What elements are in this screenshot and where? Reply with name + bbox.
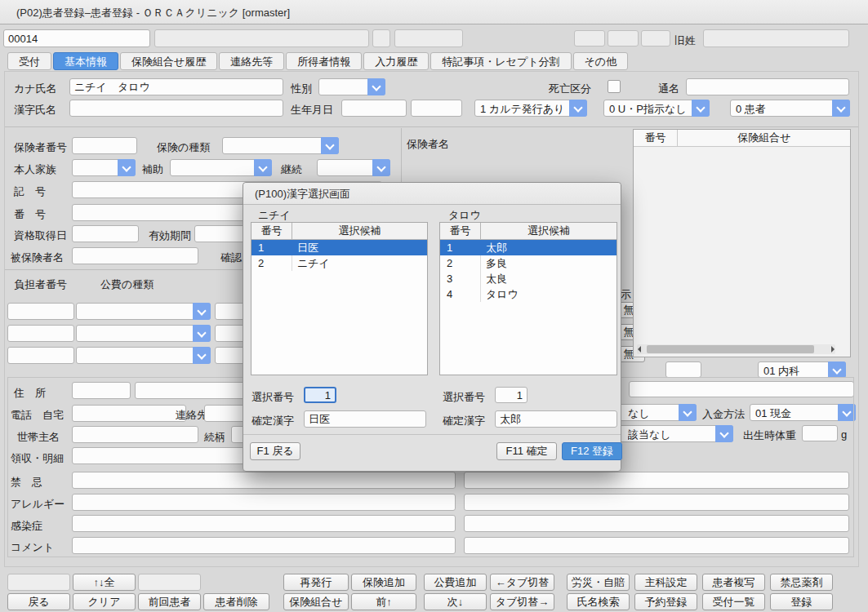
delete-patient-button[interactable]: 患者削除 bbox=[203, 593, 269, 610]
tab-others[interactable]: その他 bbox=[573, 52, 629, 70]
payer-no-field-3[interactable] bbox=[7, 347, 74, 364]
payer-no-field-1[interactable] bbox=[7, 303, 74, 320]
horizontal-scrollbar[interactable] bbox=[637, 344, 835, 354]
scroll-left-icon[interactable] bbox=[638, 346, 641, 353]
infection-field-2[interactable] bbox=[464, 515, 849, 532]
insurance-type-combo[interactable] bbox=[222, 137, 339, 154]
chevron-down-icon[interactable] bbox=[832, 100, 850, 117]
select-no-field-right[interactable] bbox=[495, 387, 527, 403]
name-search-button[interactable]: 氏名検索 bbox=[567, 593, 630, 610]
confirmed-kanji-field-left[interactable] bbox=[304, 410, 426, 428]
reservation-button[interactable]: 予約登録 bbox=[634, 593, 697, 610]
add-insurance-button[interactable]: 保険追加 bbox=[351, 574, 416, 591]
tab-special-notes[interactable]: 特記事項・レセプト分割 bbox=[430, 52, 571, 70]
chevron-down-icon[interactable] bbox=[372, 159, 390, 176]
insured-name-field[interactable] bbox=[72, 247, 198, 264]
f11-confirm-button[interactable]: F11 確定 bbox=[496, 442, 557, 460]
main-dept-button[interactable]: 主科設定 bbox=[634, 574, 697, 591]
kohi-type-combo-3[interactable] bbox=[76, 347, 211, 364]
death-flag-checkbox[interactable] bbox=[608, 80, 621, 93]
department-combo[interactable]: 01 内科 bbox=[758, 361, 846, 378]
old-name-field[interactable] bbox=[703, 29, 849, 47]
phone-home-field[interactable] bbox=[72, 405, 186, 422]
candidate-table-left[interactable]: 番号 選択候補 1 日医 2 ニチイ bbox=[251, 222, 428, 375]
table-row-selected[interactable]: 1 太郎 bbox=[440, 240, 617, 255]
tab-reception[interactable]: 受付 bbox=[7, 52, 51, 70]
table-row[interactable]: 2 ニチイ bbox=[251, 255, 427, 271]
sex-combo[interactable] bbox=[318, 78, 385, 95]
tab-input-history[interactable]: 入力履歴 bbox=[363, 52, 429, 70]
patient-type-combo[interactable]: 0 患者 bbox=[730, 100, 850, 117]
chevron-down-icon[interactable] bbox=[193, 347, 211, 364]
dialog-title-bar[interactable]: (P100)漢字選択画面 bbox=[243, 183, 621, 205]
f1-back-button[interactable]: F1 戻る bbox=[250, 442, 300, 460]
chevron-down-icon[interactable] bbox=[118, 159, 136, 176]
postal-code-field[interactable] bbox=[72, 382, 131, 399]
f12-register-button[interactable]: F12 登録 bbox=[562, 442, 622, 460]
householder-field[interactable] bbox=[72, 426, 198, 443]
add-kohi-button[interactable]: 公費追加 bbox=[424, 574, 487, 591]
table-row-selected[interactable]: 1 日医 bbox=[251, 240, 427, 255]
chevron-down-icon[interactable] bbox=[367, 78, 385, 95]
continuation-combo[interactable] bbox=[317, 159, 390, 176]
insurer-no-field[interactable] bbox=[72, 137, 137, 154]
copy-patient-button[interactable]: 患者複写 bbox=[702, 574, 765, 591]
back-button[interactable]: 戻る bbox=[7, 593, 70, 610]
next-button[interactable]: 次↓ bbox=[424, 593, 487, 610]
payer-no-field-2[interactable] bbox=[7, 325, 74, 342]
tab-contacts[interactable]: 連絡先等 bbox=[219, 52, 284, 70]
scrollbar-thumb[interactable] bbox=[647, 345, 814, 353]
birthdate-age-field[interactable] bbox=[411, 100, 462, 117]
subsidy-combo[interactable] bbox=[170, 159, 272, 176]
chevron-down-icon[interactable] bbox=[193, 325, 211, 342]
dept-code-field[interactable] bbox=[665, 361, 701, 378]
self-family-combo[interactable] bbox=[72, 159, 136, 176]
chevron-down-icon[interactable] bbox=[692, 100, 710, 117]
up-indication-combo[interactable]: 0 U・P指示なし bbox=[603, 100, 710, 117]
comment-field-2[interactable] bbox=[464, 537, 849, 554]
contraindicated-drugs-button[interactable]: 禁忌薬剤 bbox=[770, 574, 833, 591]
prev-button[interactable]: 前↑ bbox=[351, 593, 416, 610]
select-no-field-left[interactable] bbox=[304, 387, 336, 403]
patient-id-field[interactable] bbox=[3, 29, 150, 47]
kanji-name-field[interactable] bbox=[69, 100, 283, 117]
select-all-button[interactable]: ↑↓全 bbox=[73, 574, 136, 591]
table-row[interactable]: 3 太良 bbox=[440, 271, 617, 286]
allergy-field-1[interactable] bbox=[72, 494, 456, 511]
clear-button[interactable]: クリア bbox=[73, 593, 136, 610]
chevron-down-icon[interactable] bbox=[254, 159, 272, 176]
contraindication-field-2[interactable] bbox=[464, 472, 849, 489]
chevron-down-icon[interactable] bbox=[321, 137, 339, 154]
birthdate-field[interactable] bbox=[341, 100, 407, 117]
kohi-type-combo-1[interactable] bbox=[76, 303, 211, 320]
contraindication-field-1[interactable] bbox=[72, 472, 456, 489]
kana-name-field[interactable] bbox=[69, 78, 283, 95]
karte-issue-combo[interactable]: 1 カルテ発行あり bbox=[474, 100, 587, 117]
qualification-date-field[interactable] bbox=[72, 225, 139, 242]
reissue-button[interactable]: 再発行 bbox=[283, 574, 349, 591]
scroll-right-icon[interactable] bbox=[831, 346, 835, 353]
rosai-jibai-button[interactable]: 労災・自賠 bbox=[567, 574, 630, 591]
chevron-down-icon[interactable] bbox=[569, 100, 587, 117]
previous-patient-button[interactable]: 前回患者 bbox=[138, 593, 201, 610]
reception-list-button[interactable]: 受付一覧 bbox=[702, 593, 765, 610]
kohi-type-combo-2[interactable] bbox=[76, 325, 211, 342]
insurance-combination-button[interactable]: 保険組合せ bbox=[283, 593, 349, 610]
tab-switch-right-button[interactable]: タブ切替→ bbox=[490, 593, 554, 610]
allergy-field-2[interactable] bbox=[464, 494, 849, 511]
chevron-down-icon[interactable] bbox=[828, 361, 846, 378]
table-row[interactable]: 2 多良 bbox=[440, 255, 617, 271]
comment-field-1[interactable] bbox=[72, 537, 456, 554]
infection-field-1[interactable] bbox=[72, 515, 456, 532]
tab-switch-left-button[interactable]: ←タブ切替 bbox=[490, 574, 554, 591]
alias-field[interactable] bbox=[686, 78, 849, 95]
confirmed-kanji-field-right[interactable] bbox=[495, 410, 617, 428]
tab-income-info[interactable]: 所得者情報 bbox=[286, 52, 362, 70]
patient-registration-window: { "window_title": "(P02)患者登録–患者登録 - ＯＲＣＡ… bbox=[0, 0, 868, 612]
table-row[interactable]: 4 タロウ bbox=[440, 286, 617, 302]
chevron-down-icon[interactable] bbox=[193, 303, 211, 320]
candidate-table-right[interactable]: 番号 選択候補 1 太郎 2 多良 3 太良 4 タロウ bbox=[439, 222, 617, 375]
tab-basic-info[interactable]: 基本情報 bbox=[53, 52, 118, 70]
register-button[interactable]: 登録 bbox=[770, 593, 833, 610]
tab-insurance-history[interactable]: 保険組合せ履歴 bbox=[120, 52, 217, 70]
